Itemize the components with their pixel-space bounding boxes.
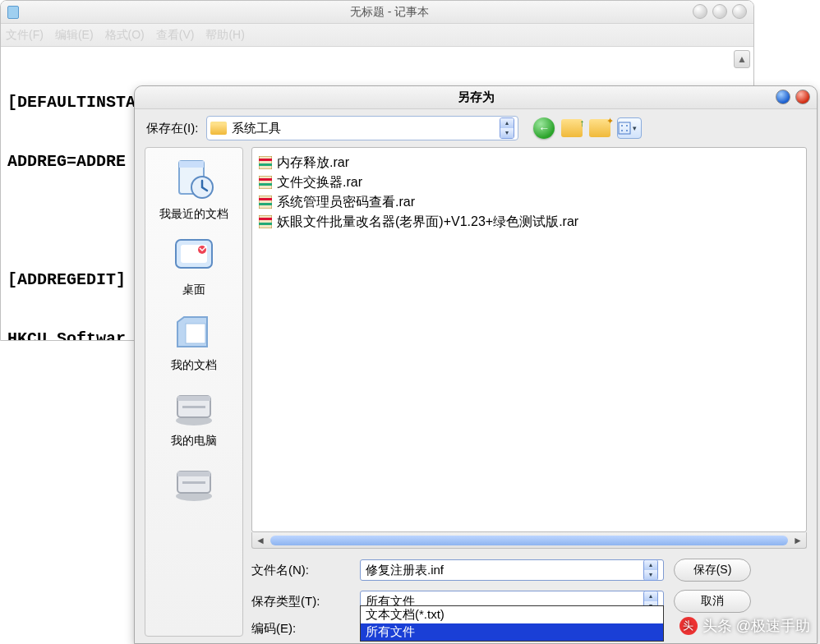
menu-help[interactable]: 帮助(H) — [205, 28, 244, 43]
filename-value: 修复注册表.inf — [366, 563, 444, 578]
dropdown-option-selected[interactable]: 所有文件 — [361, 623, 663, 641]
maximize-button[interactable] — [712, 4, 727, 19]
folder-icon — [210, 122, 227, 135]
scroll-left-icon[interactable]: ◄ — [252, 535, 269, 546]
file-name: 系统管理员密码查看.rar — [277, 194, 415, 211]
nav-back-icon[interactable]: ← — [533, 117, 555, 139]
watermark-icon: 头 — [679, 617, 698, 635]
svg-point-1 — [621, 125, 623, 126]
list-item[interactable]: 妖眼文件批量改名器(老界面)+V1.23+绿色测试版.rar — [259, 212, 799, 232]
svg-rect-21 — [259, 159, 272, 161]
close-button[interactable] — [732, 4, 747, 19]
save-in-label: 保存在(I): — [146, 121, 198, 136]
file-name: 文件交换器.rar — [277, 174, 362, 191]
file-name: 妖眼文件批量改名器(老界面)+V1.23+绿色测试版.rar — [277, 214, 578, 231]
place-mydocs-label: 我的文档 — [147, 358, 241, 373]
filename-input[interactable]: 修复注册表.inf ▴▾ — [360, 559, 664, 581]
menu-view[interactable]: 查看(V) — [156, 28, 195, 43]
file-name: 内存释放.rar — [277, 154, 349, 172]
svg-rect-26 — [259, 196, 272, 209]
svg-rect-28 — [259, 203, 272, 205]
dialog-titlebar: 另存为 — [135, 86, 817, 109]
svg-rect-25 — [259, 183, 272, 186]
scroll-right-icon[interactable]: ► — [790, 535, 806, 546]
save-button[interactable]: 保存(S) — [674, 559, 751, 582]
svg-rect-18 — [177, 472, 210, 476]
notepad-titlebar: 无标题 - 记事本 — [1, 1, 753, 24]
place-computer[interactable]: 我的电脑 — [147, 380, 241, 453]
scrollbar-thumb[interactable] — [270, 536, 788, 545]
place-recent-label: 我最近的文档 — [147, 207, 241, 222]
encoding-label: 编码(E): — [251, 621, 350, 637]
svg-rect-11 — [186, 324, 205, 343]
svg-rect-19 — [182, 481, 205, 484]
place-computer-label: 我的电脑 — [147, 434, 241, 448]
dropdown-option[interactable]: 文本文档(*.txt) — [361, 606, 663, 623]
place-mydocs[interactable]: 我的文档 — [147, 304, 241, 378]
horizontal-scrollbar[interactable]: ◄ ► — [251, 532, 807, 549]
file-list[interactable]: 内存释放.rar 文件交换器.rar 系统管理员密码查看.rar 妖眼文件批量改… — [251, 147, 807, 532]
svg-rect-30 — [259, 218, 272, 220]
save-in-spinner[interactable]: ▴▾ — [500, 117, 514, 139]
notepad-title: 无标题 - 记事本 — [25, 5, 753, 20]
svg-rect-14 — [177, 396, 210, 401]
scroll-up-button[interactable]: ▲ — [734, 50, 750, 68]
location-bar: 保存在(I): 系统工具 ▴▾ ← ▾ — [135, 109, 817, 147]
svg-rect-6 — [179, 161, 204, 168]
rar-icon — [259, 215, 272, 228]
minimize-button[interactable] — [693, 4, 707, 19]
save-in-select[interactable]: 系统工具 ▴▾ — [206, 116, 518, 140]
svg-rect-24 — [259, 178, 272, 181]
svg-rect-31 — [259, 223, 272, 225]
svg-rect-29 — [259, 215, 272, 228]
rar-icon — [259, 176, 272, 189]
svg-rect-15 — [182, 406, 205, 408]
filename-spinner[interactable]: ▴▾ — [643, 559, 658, 581]
place-recent[interactable]: 我最近的文档 — [147, 153, 241, 227]
savetype-label: 保存类型(T): — [251, 594, 350, 610]
menu-format[interactable]: 格式(O) — [105, 28, 145, 43]
places-sidebar: 我最近的文档 桌面 我的文档 我的电脑 — [145, 147, 243, 637]
view-mode-button[interactable]: ▾ — [617, 117, 642, 139]
chevron-down-icon: ▾ — [633, 124, 641, 132]
svg-point-3 — [621, 130, 623, 131]
save-as-dialog: 另存为 保存在(I): 系统工具 ▴▾ ← ▾ — [134, 85, 818, 644]
notepad-icon — [7, 6, 19, 19]
svg-rect-20 — [259, 156, 272, 169]
svg-rect-23 — [259, 176, 272, 189]
svg-rect-0 — [619, 122, 630, 134]
list-item[interactable]: 内存释放.rar — [259, 153, 799, 172]
nav-new-folder-icon[interactable] — [589, 119, 610, 137]
svg-rect-22 — [259, 163, 272, 166]
place-desktop-label: 桌面 — [147, 283, 241, 297]
svg-rect-27 — [259, 198, 272, 200]
menu-edit[interactable]: 编辑(E) — [55, 28, 94, 43]
place-network[interactable] — [147, 455, 241, 514]
list-item[interactable]: 系统管理员密码查看.rar — [259, 192, 799, 212]
my-computer-icon — [169, 383, 219, 432]
svg-point-2 — [626, 125, 628, 126]
place-desktop[interactable]: 桌面 — [147, 228, 241, 302]
save-in-value: 系统工具 — [232, 121, 500, 136]
rar-icon — [259, 196, 272, 209]
recent-documents-icon — [169, 156, 219, 205]
network-icon — [169, 458, 219, 508]
watermark-text: 头条 @极速手助 — [703, 616, 810, 636]
my-documents-icon — [169, 307, 219, 356]
notepad-menubar: 文件(F) 编辑(E) 格式(O) 查看(V) 帮助(H) — [1, 24, 753, 47]
list-item[interactable]: 文件交换器.rar — [259, 172, 799, 192]
nav-up-icon[interactable] — [561, 119, 583, 137]
dialog-title: 另存为 — [135, 90, 817, 105]
rar-icon — [259, 156, 272, 169]
cancel-button[interactable]: 取消 — [674, 590, 751, 613]
watermark: 头 头条 @极速手助 — [679, 616, 810, 636]
dialog-close-button[interactable] — [795, 90, 810, 104]
savetype-dropdown[interactable]: 文本文档(*.txt) 所有文件 — [360, 605, 664, 642]
desktop-icon — [169, 232, 219, 281]
menu-file[interactable]: 文件(F) — [6, 28, 44, 43]
filename-label: 文件名(N): — [251, 563, 350, 578]
svg-point-4 — [626, 130, 628, 131]
dialog-minimize-button[interactable] — [776, 90, 790, 104]
